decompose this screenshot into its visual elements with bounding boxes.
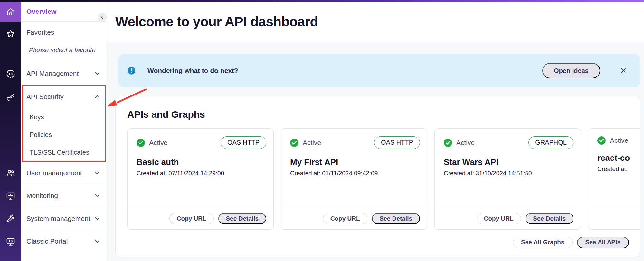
active-check-icon xyxy=(290,139,298,147)
apis-and-graphs-panel: APIs and Graphs Active OAS HTTP Basic au… xyxy=(115,96,640,257)
rail-item-home-active[interactable] xyxy=(0,2,21,22)
chevron-left-icon: ‹ xyxy=(101,14,103,21)
api-security-group: API Security Keys Policies TLS/SSL Certi… xyxy=(21,85,106,162)
sidebar-item-keys[interactable]: Keys xyxy=(21,108,106,126)
section-title: APIs and Graphs xyxy=(127,109,629,120)
api-card-basic-auth: Active OAS HTTP Basic auth Created at: 0… xyxy=(127,128,274,230)
page-title: Welcome to your API dashboard xyxy=(115,14,318,30)
sidebar-item-label: Monitoring xyxy=(26,192,58,200)
api-card-star-wars-api: Active GRAPHQL Star Wars API Created at:… xyxy=(434,128,581,230)
sidebar-item-label: Classic Portal xyxy=(26,238,68,245)
api-cards-row: Active OAS HTTP Basic auth Created at: 0… xyxy=(127,128,640,230)
sidebar-item-label: User management xyxy=(26,169,82,177)
api-type-badge: OAS HTTP xyxy=(221,136,266,149)
favorites-empty-text: Please select a favorite xyxy=(26,47,101,54)
users-icon xyxy=(6,168,15,178)
key-icon xyxy=(6,92,15,102)
chevron-up-icon xyxy=(95,95,99,100)
close-icon[interactable]: ✕ xyxy=(620,66,627,75)
api-card-react-co-clipped: Active react-co Created at: xyxy=(588,128,640,230)
icon-rail xyxy=(0,0,21,261)
api-type-badge: GRAPHQL xyxy=(528,136,573,149)
sidebar-item-classic-portal[interactable]: Classic Portal xyxy=(21,230,106,253)
chevron-down-icon xyxy=(95,193,99,197)
sidebar-item-user-management[interactable]: User management xyxy=(21,162,106,184)
sidebar-item-label: API Management xyxy=(26,70,79,77)
sidebar-item-overview[interactable]: Overview xyxy=(21,2,106,22)
api-type-badge: OAS HTTP xyxy=(374,136,420,149)
rail-item-classic-portal[interactable] xyxy=(0,237,21,247)
rail-item-user-management[interactable] xyxy=(0,168,21,178)
banner-message: Wondering what to do next? xyxy=(147,67,238,75)
see-all-graphs-button[interactable]: See All Graphs xyxy=(513,237,572,248)
main-header: Welcome to your API dashboard xyxy=(106,2,644,42)
see-details-button[interactable]: See Details xyxy=(372,213,420,224)
active-check-icon xyxy=(137,139,145,147)
api-created-at: Created at: 31/10/2024 14:51:50 xyxy=(444,170,573,177)
api-name: react-co xyxy=(597,153,640,163)
see-details-button[interactable]: See Details xyxy=(218,213,266,224)
active-check-icon xyxy=(597,136,606,145)
top-gradient-bar xyxy=(0,0,644,2)
api-card-my-first-api: Active OAS HTTP My First API Created at:… xyxy=(281,128,427,230)
sidebar-item-label: System management xyxy=(26,215,90,222)
api-name: Basic auth xyxy=(137,157,266,167)
sidebar-item-favorites[interactable]: Favorites xyxy=(26,29,101,36)
sidebar-item-monitoring[interactable]: Monitoring xyxy=(21,184,106,207)
status-badge: Active xyxy=(456,139,475,147)
rail-item-api-security[interactable] xyxy=(0,92,21,102)
info-icon xyxy=(127,66,136,75)
chevron-down-icon xyxy=(95,238,99,243)
content-area: Wondering what to do next? Open Ideas ✕ … xyxy=(106,42,644,257)
status-badge: Active xyxy=(149,139,167,147)
active-check-icon xyxy=(444,139,452,147)
rail-item-monitoring[interactable] xyxy=(0,191,21,201)
api-name: My First API xyxy=(290,157,420,167)
sidebar-item-policies[interactable]: Policies xyxy=(21,126,106,144)
sidebar-item-label: TLS/SSL Certificates xyxy=(30,149,89,156)
see-all-apis-button[interactable]: See All APIs xyxy=(577,237,629,248)
monitor-code-icon xyxy=(6,237,15,247)
sidebar-collapse-button[interactable]: ‹ xyxy=(98,13,107,22)
api-created-at: Created at: 01/11/2024 09:42:09 xyxy=(290,170,420,177)
api-created-at: Created at: 07/11/2024 14:29:00 xyxy=(137,170,266,177)
copy-url-button[interactable]: Copy URL xyxy=(169,213,214,224)
rail-item-api-management[interactable] xyxy=(0,69,21,79)
copy-url-button[interactable]: Copy URL xyxy=(323,213,367,224)
api-created-at: Created at: xyxy=(597,166,640,173)
rail-item-favorites[interactable] xyxy=(0,29,21,39)
info-banner: Wondering what to do next? Open Ideas ✕ xyxy=(118,54,640,87)
sidebar-item-api-security[interactable]: API Security xyxy=(21,85,106,108)
chevron-down-icon xyxy=(95,215,99,220)
favorites-section: Favorites Please select a favorite xyxy=(21,22,106,62)
sidebar-item-label: Policies xyxy=(30,131,52,139)
wrench-icon xyxy=(6,214,15,223)
sidebar-item-label: Overview xyxy=(26,8,56,15)
sidebar-item-label: API Security xyxy=(26,93,64,101)
rail-item-system-management[interactable] xyxy=(0,214,21,223)
open-ideas-button[interactable]: Open Ideas xyxy=(542,63,600,78)
sidebar-item-tls-ssl-certificates[interactable]: TLS/SSL Certificates xyxy=(21,144,106,161)
copy-url-button[interactable]: Copy URL xyxy=(477,213,521,224)
star-icon xyxy=(6,29,15,39)
sidebar-item-system-management[interactable]: System management xyxy=(21,207,106,230)
sidebar-item-label: Keys xyxy=(30,113,44,121)
chevron-down-icon xyxy=(95,70,99,75)
status-badge: Active xyxy=(303,139,321,147)
gear-code-icon xyxy=(6,69,15,79)
sidenav: Overview Favorites Please select a favor… xyxy=(21,2,106,261)
status-badge: Active xyxy=(610,137,628,144)
monitor-pulse-icon xyxy=(6,191,15,201)
api-name: Star Wars API xyxy=(444,157,573,167)
chevron-down-icon xyxy=(95,170,99,174)
main-area: Welcome to your API dashboard Wondering … xyxy=(106,2,644,261)
home-icon xyxy=(6,7,15,17)
sidebar-item-api-management[interactable]: API Management xyxy=(21,62,106,85)
see-details-button[interactable]: See Details xyxy=(526,213,573,224)
